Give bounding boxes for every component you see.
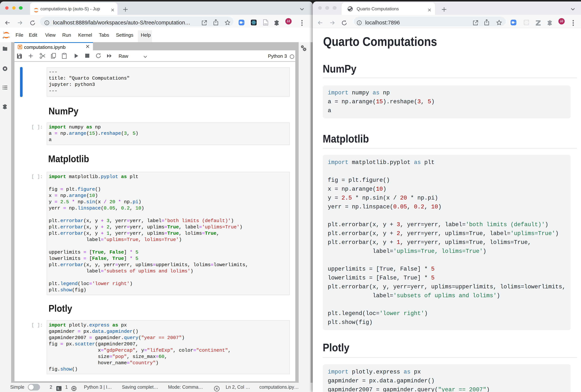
svg-text:$_: $_ [57, 387, 61, 391]
